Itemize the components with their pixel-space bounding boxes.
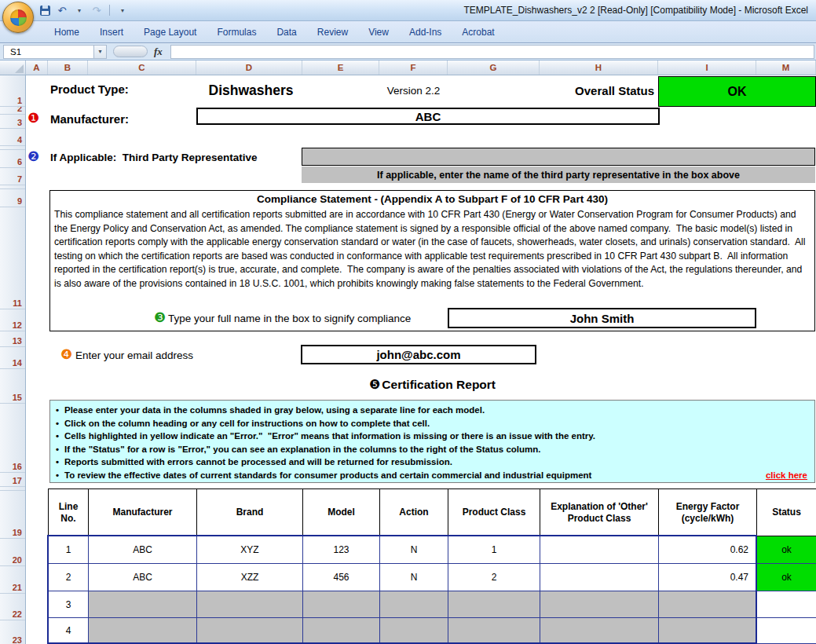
cell-energy-factor[interactable] [659, 618, 757, 644]
cell-action[interactable] [380, 618, 448, 644]
cell-model[interactable] [303, 591, 380, 618]
table-header-brand[interactable]: Brand [197, 489, 303, 536]
cell-product-class[interactable] [448, 618, 540, 644]
row-header[interactable]: 20 [0, 539, 25, 566]
column-header-b[interactable]: B [48, 60, 88, 75]
cell-explanation[interactable] [540, 618, 659, 644]
manufacturer-input[interactable]: ABC [196, 108, 660, 125]
email-input[interactable]: john@abc.com [301, 345, 536, 364]
tab-home[interactable]: Home [44, 23, 90, 42]
undo-dropdown[interactable]: ▾ [72, 3, 86, 17]
cell-energy-factor[interactable]: 0.47 [659, 564, 757, 591]
save-button[interactable] [38, 3, 52, 17]
cell-brand[interactable] [197, 591, 303, 618]
table-header-model[interactable]: Model [303, 489, 380, 536]
customize-qat-button[interactable]: ▾ [115, 3, 130, 17]
cell-product-class[interactable]: 1 [448, 536, 540, 564]
tab-insert[interactable]: Insert [90, 23, 134, 42]
cell-model[interactable] [303, 618, 380, 644]
table-header-energy-factor[interactable]: Energy Factor (cycle/kWh) [659, 489, 757, 536]
cell-action[interactable] [380, 591, 448, 618]
row-header[interactable]: 17 [0, 473, 25, 487]
instruction-text: Click on the column heading or any cell … [64, 417, 430, 430]
tab-page-layout[interactable]: Page Layout [134, 23, 207, 42]
cell-product-class[interactable]: 2 [448, 564, 540, 591]
tab-acrobat[interactable]: Acrobat [452, 23, 504, 42]
table-header-status[interactable]: Status [757, 489, 816, 536]
click-here-link[interactable]: click here [766, 469, 811, 482]
cell-line-no[interactable]: 4 [49, 618, 89, 644]
row-header[interactable]: 21 [0, 566, 25, 594]
row-header[interactable]: 3 [0, 115, 25, 129]
column-header-m[interactable]: M [756, 60, 816, 75]
cell-product-class[interactable] [448, 591, 540, 618]
step-1-badge: ❶ [27, 112, 39, 125]
fullname-input[interactable]: John Smith [448, 308, 756, 328]
certification-table: Line No. Manufacturer Brand Model Action… [48, 488, 816, 644]
table-header-manufacturer[interactable]: Manufacturer [89, 489, 197, 536]
row-header[interactable]: 14 [0, 347, 25, 369]
tab-data[interactable]: Data [266, 23, 306, 42]
cell-explanation[interactable] [540, 591, 659, 618]
column-header-c[interactable]: C [88, 60, 196, 75]
cell-line-no[interactable]: 2 [49, 564, 89, 591]
column-header-d[interactable]: D [196, 60, 302, 75]
row-header[interactable]: 11 [0, 207, 25, 309]
row-header[interactable]: 13 [0, 331, 25, 347]
table-header-action[interactable]: Action [380, 489, 448, 536]
redo-button[interactable]: ↷ [90, 3, 104, 17]
cell-line-no[interactable]: 1 [49, 536, 89, 564]
cell-action[interactable]: N [380, 564, 448, 591]
cell-action[interactable]: N [380, 536, 448, 564]
column-header-f[interactable]: F [379, 60, 448, 75]
column-header-a[interactable]: A [26, 60, 48, 75]
row-header[interactable]: 4 [0, 129, 25, 146]
table-header-product-class[interactable]: Product Class [448, 489, 540, 536]
cell-manufacturer[interactable] [89, 618, 197, 644]
row-header[interactable]: 12 [0, 309, 25, 331]
name-box[interactable]: S1 [3, 45, 94, 59]
cell-line-no[interactable]: 3 [49, 591, 89, 618]
column-header-h[interactable]: H [540, 60, 658, 75]
formula-input[interactable] [170, 45, 814, 59]
cell-manufacturer[interactable]: ABC [89, 564, 197, 591]
insert-function-button[interactable]: fx [154, 46, 163, 58]
row-header[interactable]: 19 [0, 491, 25, 539]
tab-formulas[interactable]: Formulas [207, 23, 266, 42]
table-header-explanation[interactable]: Explanation of 'Other' Product Class [540, 489, 659, 536]
column-header-i[interactable]: I [658, 60, 756, 75]
cell-model[interactable]: 456 [303, 564, 380, 591]
cell-brand[interactable] [197, 618, 303, 644]
tab-view[interactable]: View [358, 23, 399, 42]
cell-manufacturer[interactable] [89, 591, 197, 618]
cell-brand[interactable]: XZZ [197, 564, 303, 591]
select-all-corner[interactable] [0, 60, 26, 75]
column-header-g[interactable]: G [448, 60, 540, 75]
name-box-dropdown[interactable]: ▾ [94, 45, 107, 59]
row-header[interactable]: 22 [0, 594, 25, 620]
row-header[interactable]: 6 [0, 150, 25, 168]
office-button[interactable] [2, 2, 34, 33]
row-header[interactable]: 23 [0, 620, 25, 644]
row-header[interactable]: 2 [0, 107, 25, 115]
cell-model[interactable]: 123 [303, 536, 380, 564]
cell-explanation[interactable] [540, 564, 659, 591]
table-header-line-no[interactable]: Line No. [49, 489, 89, 536]
row-header[interactable]: 9 [0, 189, 25, 207]
cell-energy-factor[interactable] [659, 591, 757, 618]
row-header[interactable]: 16 [0, 404, 25, 473]
row-header[interactable]: 15 [0, 369, 25, 404]
cell-explanation[interactable] [540, 536, 659, 564]
third-party-input[interactable] [302, 148, 815, 166]
cell-brand[interactable]: XYZ [197, 536, 303, 564]
table-row: 3 [49, 591, 816, 618]
cell-energy-factor[interactable]: 0.62 [659, 536, 757, 564]
row-header[interactable]: 1 [0, 75, 25, 107]
tab-add-ins[interactable]: Add-Ins [399, 23, 452, 42]
row-header[interactable]: 7 [0, 168, 25, 185]
cell-manufacturer[interactable]: ABC [89, 536, 197, 564]
column-header-e[interactable]: E [302, 60, 379, 75]
tab-review[interactable]: Review [307, 23, 358, 42]
undo-button[interactable]: ↶ [55, 3, 69, 17]
worksheet: 1 2 3 4 6 7 9 11 12 13 14 15 16 17 19 20… [0, 75, 816, 644]
